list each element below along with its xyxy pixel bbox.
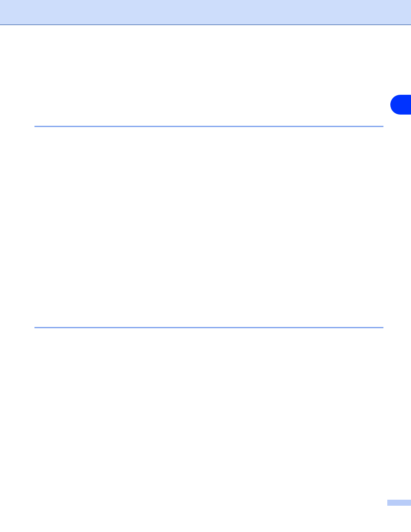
section-divider-1 — [34, 126, 383, 127]
content-area — [0, 25, 411, 532]
section-divider-2 — [34, 327, 383, 328]
top-bar — [0, 0, 411, 25]
side-action-button[interactable] — [390, 95, 411, 115]
bottom-right-tab[interactable] — [387, 500, 411, 506]
